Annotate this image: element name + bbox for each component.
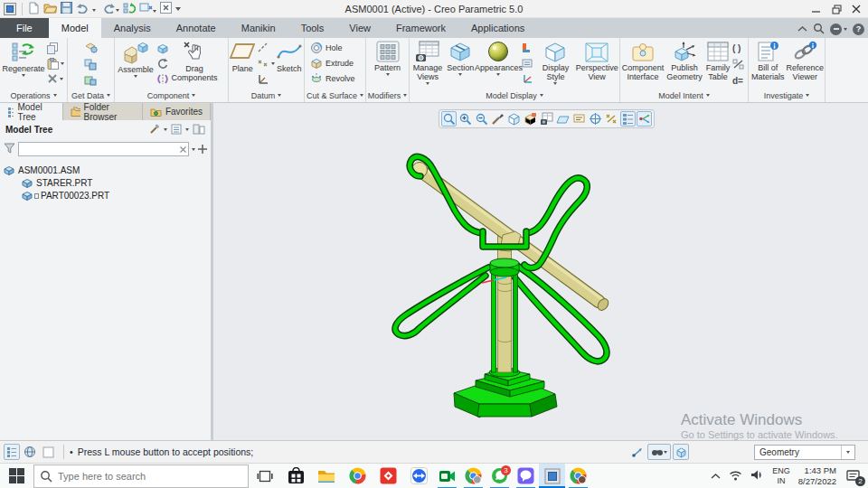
new-file-icon[interactable] <box>28 2 40 16</box>
action-center-icon[interactable]: 2 <box>844 467 863 485</box>
filter-dropdown-caret[interactable] <box>841 446 854 459</box>
tab-annotate[interactable]: Annotate <box>164 18 229 38</box>
appearances-button[interactable]: Appearances <box>476 40 521 76</box>
delete-button[interactable] <box>47 71 64 86</box>
spin-center-button[interactable] <box>522 41 534 55</box>
tree-item-asm[interactable]: ASM0001.ASM <box>4 164 211 176</box>
tree-filter-toggle-icon[interactable] <box>620 111 636 127</box>
assembly-model-3d[interactable] <box>353 130 660 437</box>
family-table-button[interactable]: Family Table <box>704 40 731 82</box>
tree-item-part00023[interactable]: PART00023.PRT <box>22 190 211 202</box>
saved-orientations-icon[interactable] <box>523 111 538 127</box>
relations-button[interactable]: d= <box>732 73 744 88</box>
task-view-button[interactable] <box>250 464 280 488</box>
google-meet-button[interactable] <box>434 464 460 488</box>
file-explorer-button[interactable] <box>311 464 342 488</box>
paste-button[interactable] <box>47 56 64 70</box>
help-icon[interactable]: ? <box>853 23 864 35</box>
close-button[interactable] <box>846 0 866 18</box>
repaint-icon[interactable] <box>490 111 505 127</box>
blank-panel-icon[interactable] <box>40 444 56 460</box>
revolve-button[interactable]: Revolve <box>310 70 355 86</box>
navigator-toggle-icon[interactable] <box>4 444 20 460</box>
perspective-view-button[interactable]: Perspective View <box>575 40 618 82</box>
graphics-viewport[interactable]: Activate Windows Go to Settings to activ… <box>213 103 868 440</box>
search-options-caret[interactable] <box>192 148 195 151</box>
chrome-button[interactable] <box>342 464 373 488</box>
bill-of-materials-button[interactable]: Bill of Materials <box>750 40 786 82</box>
qat-menu-caret[interactable] <box>175 7 181 11</box>
assemble-button[interactable]: Assemble <box>116 40 156 78</box>
shrinkwrap-button[interactable] <box>84 73 98 88</box>
orient-mode-button[interactable] <box>522 71 534 86</box>
tab-tools[interactable]: Tools <box>288 18 337 38</box>
import-udf-button[interactable] <box>84 41 98 55</box>
close-window-icon[interactable] <box>160 2 172 15</box>
search-icon[interactable] <box>813 23 825 36</box>
tree-tools-icon[interactable] <box>149 123 160 136</box>
group-label-datum[interactable]: Datum <box>229 89 304 102</box>
chrome-profile2-button[interactable] <box>565 464 591 488</box>
creo-taskbar-button[interactable] <box>539 464 565 488</box>
microsoft-store-button[interactable] <box>280 464 311 488</box>
annotation-display-button[interactable] <box>522 56 534 70</box>
view-manager-icon[interactable] <box>539 111 554 127</box>
tree-search-input[interactable] <box>18 142 189 156</box>
zoom-region-icon[interactable] <box>441 111 457 127</box>
teamviewer-button[interactable] <box>403 464 434 488</box>
extrude-button[interactable]: Extrude <box>310 55 354 70</box>
manage-views-button[interactable]: Manage Views <box>410 40 445 85</box>
whatsapp-button[interactable]: 3 <box>486 464 513 488</box>
hole-button[interactable]: Hole <box>310 40 343 55</box>
filter-funnel-icon[interactable] <box>4 143 15 155</box>
tab-framework[interactable]: Framework <box>383 18 458 38</box>
select-geometry-icon[interactable] <box>673 444 689 460</box>
spin-center-toolbar-icon[interactable] <box>588 111 603 127</box>
show-symbols-icon[interactable] <box>604 111 619 127</box>
switch-symbols-button[interactable] <box>732 57 744 71</box>
display-style-toolbar-icon[interactable] <box>506 111 522 127</box>
copy-button[interactable] <box>47 41 64 55</box>
open-icon[interactable] <box>43 2 57 15</box>
app-icon[interactable] <box>4 3 16 15</box>
window-settings-icon[interactable] <box>139 2 156 15</box>
drag-components-button[interactable]: Drag Components <box>170 40 219 83</box>
pattern-button[interactable]: Pattern <box>368 40 408 76</box>
dragger-toggle-icon[interactable] <box>637 111 652 127</box>
find-tool-icon[interactable] <box>647 444 671 460</box>
group-label-operations[interactable]: Operations <box>0 89 67 102</box>
tab-file[interactable]: File <box>0 18 49 38</box>
publish-geometry-button[interactable]: Publish Geometry <box>665 40 704 82</box>
group-label-cut-surface[interactable]: Cut & Surface <box>305 89 365 102</box>
sketch-button[interactable]: Sketch <box>276 40 303 74</box>
undo-icon[interactable] <box>76 3 96 15</box>
viber-button[interactable] <box>513 464 539 488</box>
point-button[interactable] <box>257 56 275 70</box>
regenerate-small-icon[interactable] <box>123 2 136 15</box>
save-icon[interactable] <box>61 2 72 15</box>
tab-view[interactable]: View <box>336 18 383 38</box>
repeat-button[interactable] <box>156 56 169 70</box>
tab-manikin[interactable]: Manikin <box>229 18 288 38</box>
display-style-button[interactable]: Display Style <box>535 40 575 85</box>
csys-button[interactable] <box>257 71 275 86</box>
tab-applications[interactable]: Applications <box>458 18 537 38</box>
group-label-get-data[interactable]: Get Data <box>68 89 114 102</box>
minimize-button[interactable] <box>807 0 826 18</box>
annotation-display-toolbar-icon[interactable] <box>571 111 587 127</box>
zoom-out-icon[interactable] <box>474 111 489 127</box>
zoom-in-icon[interactable] <box>458 111 473 127</box>
clear-search-icon[interactable] <box>178 144 188 155</box>
clock[interactable]: 1:43 PM 8/27/2022 <box>798 465 836 486</box>
parameters-button[interactable]: ( ) <box>732 41 744 55</box>
taskbar-search[interactable] <box>33 464 250 488</box>
dragger-status-icon[interactable] <box>629 444 646 460</box>
tree-item-starer[interactable]: STARER.PRT <box>22 177 211 189</box>
axis-button[interactable] <box>257 41 275 55</box>
collapse-ribbon-icon[interactable] <box>797 23 807 34</box>
group-label-investigate[interactable]: Investigate <box>749 89 825 102</box>
copy-geometry-button[interactable] <box>84 57 98 71</box>
tab-favorites[interactable]: Favorites <box>143 103 211 120</box>
mirror-component-button[interactable] <box>156 71 169 86</box>
group-label-model-display[interactable]: Model Display <box>410 89 619 102</box>
